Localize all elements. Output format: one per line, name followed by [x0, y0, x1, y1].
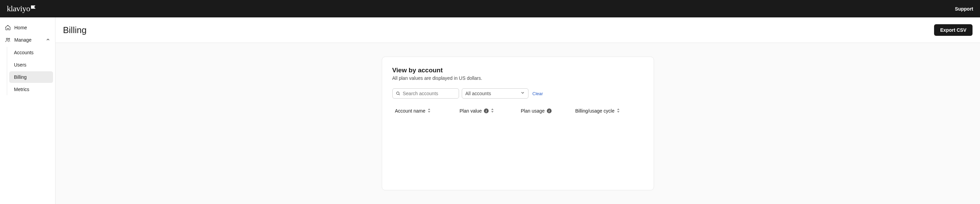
account-filter-select[interactable]: All accounts — [462, 88, 528, 99]
nav-manage[interactable]: Manage — [0, 34, 55, 46]
th-account-name[interactable]: Account name — [395, 108, 460, 114]
nav-manage-label: Manage — [14, 37, 32, 43]
sort-icon — [617, 108, 620, 114]
top-bar: klaviyo Support — [0, 0, 980, 18]
svg-point-0 — [6, 38, 8, 40]
card-subtitle: All plan values are displayed in US doll… — [392, 75, 643, 81]
home-icon — [5, 24, 11, 31]
info-icon[interactable]: i — [547, 108, 552, 113]
svg-marker-9 — [617, 111, 619, 112]
sidebar: Home Manage Accounts Users Billing Metri… — [0, 18, 56, 204]
search-wrapper — [392, 88, 459, 99]
th-plan-value[interactable]: Plan value i — [460, 108, 521, 114]
search-icon — [396, 91, 401, 96]
account-filter-value: All accounts — [462, 88, 528, 99]
main-area: Billing Export CSV View by account All p… — [56, 18, 980, 204]
svg-marker-7 — [491, 111, 493, 112]
brand-flag-icon — [31, 5, 36, 9]
svg-point-1 — [8, 38, 10, 40]
svg-marker-4 — [428, 108, 430, 110]
info-icon[interactable]: i — [484, 108, 488, 113]
chevron-up-icon — [46, 37, 50, 43]
page-title: Billing — [63, 25, 86, 35]
card-title: View by account — [392, 66, 643, 74]
svg-marker-6 — [491, 108, 493, 110]
nav-home[interactable]: Home — [0, 21, 55, 34]
th-billing-cycle[interactable]: Billing/usage cycle — [576, 108, 641, 114]
people-icon — [5, 37, 11, 43]
filter-row: All accounts Clear — [392, 88, 643, 99]
table-header-row: Account name Plan value i Plan usage — [392, 106, 643, 116]
th-plan-value-label: Plan value — [460, 108, 482, 114]
subnav-metrics[interactable]: Metrics — [9, 84, 53, 95]
subnav-users[interactable]: Users — [9, 59, 53, 71]
subnav-billing[interactable]: Billing — [9, 71, 53, 83]
nav-manage-submenu: Accounts Users Billing Metrics — [7, 47, 55, 95]
search-accounts-input[interactable] — [392, 88, 459, 99]
billing-card: View by account All plan values are disp… — [382, 57, 654, 190]
support-link[interactable]: Support — [955, 6, 973, 11]
th-account-name-label: Account name — [395, 108, 426, 114]
svg-line-3 — [399, 94, 400, 95]
th-plan-usage: Plan usage i — [521, 108, 576, 114]
nav-home-label: Home — [14, 25, 27, 31]
content-area: View by account All plan values are disp… — [56, 43, 980, 204]
th-billing-cycle-label: Billing/usage cycle — [576, 108, 614, 114]
sort-icon — [427, 108, 431, 114]
export-csv-button[interactable]: Export CSV — [934, 24, 972, 36]
sort-icon — [491, 108, 494, 114]
th-plan-usage-label: Plan usage — [521, 108, 545, 114]
page-header: Billing Export CSV — [56, 18, 980, 43]
subnav-accounts[interactable]: Accounts — [9, 47, 53, 58]
svg-point-2 — [396, 92, 399, 95]
svg-marker-8 — [617, 108, 619, 110]
brand-logo[interactable]: klaviyo — [7, 4, 36, 13]
svg-marker-5 — [428, 111, 430, 112]
brand-text: klaviyo — [7, 4, 30, 13]
clear-filters-link[interactable]: Clear — [533, 91, 543, 96]
